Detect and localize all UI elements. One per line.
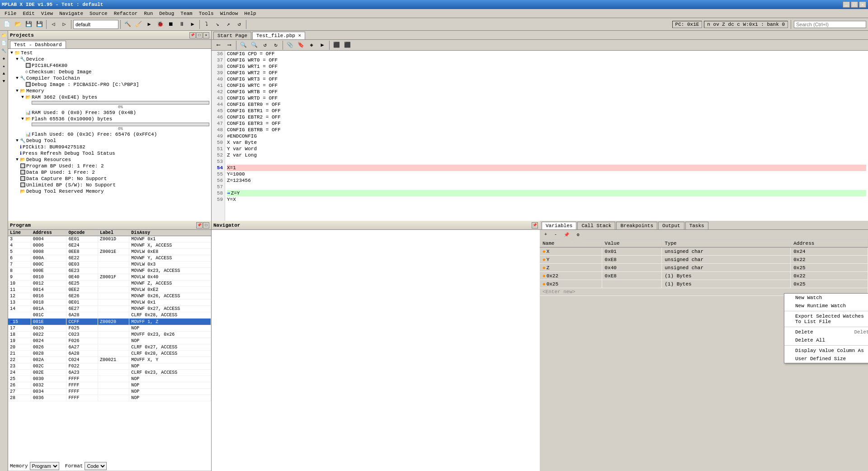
- format-select[interactable]: Code: [85, 462, 107, 470]
- ctx-delete-all[interactable]: Delete All: [784, 336, 868, 344]
- tree-flash[interactable]: ▼ 📂 Flash 65536 (0x10000) bytes: [9, 116, 210, 122]
- step-over-button[interactable]: ⤵: [202, 19, 212, 29]
- tree-bp2[interactable]: 🔲 Data BP Used: 1 Free: 2: [9, 169, 210, 176]
- tree-ram[interactable]: ▼ 📂 RAM 3662 (0xE4E) bytes: [9, 94, 210, 100]
- var-remove-btn[interactable]: -: [552, 231, 560, 239]
- program-row-23[interactable]: 260032FFFFNOP: [8, 382, 211, 389]
- projects-close-btn[interactable]: ✕: [203, 32, 209, 38]
- program-row-20[interactable]: 23002CF022NOP: [8, 363, 211, 370]
- program-row-7[interactable]: 1000126E25MOVWF Z, ACCESS: [8, 281, 211, 287]
- config-dropdown[interactable]: [73, 20, 118, 29]
- program-row-3[interactable]: 6000A6E22MOVWF Y, ACCESS: [8, 255, 211, 262]
- program-row-25[interactable]: 280036FFFFNOP: [8, 395, 211, 401]
- et-btn11[interactable]: ⬛: [331, 40, 341, 50]
- tab-output[interactable]: Output: [658, 222, 684, 229]
- ctx-display-value[interactable]: Display Value Column As ▶: [784, 347, 868, 355]
- sidebar-files-icon[interactable]: 📄: [0, 39, 8, 47]
- et-btn12[interactable]: ⬛: [342, 40, 352, 50]
- menu-debug[interactable]: Debug: [156, 10, 177, 17]
- var-row-2[interactable]: ◆Z0x40unsigned char0x25: [540, 264, 868, 272]
- ctx-new-runtime-watch[interactable]: New Runtime Watch: [784, 302, 868, 310]
- var-row-4[interactable]: ◆0x25(1) Bytes0x25: [540, 280, 868, 288]
- ctx-export[interactable]: Export Selected Watches To List File: [784, 312, 868, 326]
- menu-view[interactable]: View: [38, 10, 56, 17]
- save-button[interactable]: 💾: [24, 19, 33, 29]
- tree-debugimg[interactable]: 🔲 Debug Image : PICBASIC-PRO [C:\PBP3]: [9, 81, 210, 88]
- et-btn2[interactable]: ⟶: [224, 40, 234, 50]
- program-max-btn[interactable]: □: [203, 222, 209, 228]
- menu-team[interactable]: Team: [178, 10, 195, 17]
- tree-pickit[interactable]: ℹ PICkit3: BUR094275182: [9, 144, 210, 150]
- tree-refresh[interactable]: ℹ Press Refresh Debug Tool Status: [9, 150, 210, 157]
- clean-button[interactable]: 🧹: [133, 19, 143, 29]
- navigator-pin-btn[interactable]: 📌: [532, 222, 538, 228]
- menu-edit[interactable]: Edit: [20, 10, 37, 17]
- code-content[interactable]: 3637383940 4142434445 4647484950 515253 …: [212, 51, 868, 221]
- program-row-12[interactable]: 001C6A28CLRF 0x28, ACCESS: [8, 312, 211, 319]
- program-row-24[interactable]: 270034FFFFNOP: [8, 389, 211, 395]
- menu-run[interactable]: Run: [141, 10, 156, 17]
- stop-button[interactable]: ⏹: [166, 19, 176, 29]
- program-row-22[interactable]: 250030FFFFNOP: [8, 376, 211, 382]
- save-all-button[interactable]: 💾: [34, 19, 44, 29]
- sidebar-projects-icon[interactable]: 📁: [0, 32, 8, 39]
- program-row-6[interactable]: 900100E40Z0001FMOVLW 0x40: [8, 274, 211, 281]
- program-row-2[interactable]: 500080EE8Z0001EMOVLW 0xE8: [8, 249, 211, 255]
- tab-variables[interactable]: Variables: [542, 222, 576, 229]
- tree-compiler[interactable]: ▼ 🔧 Compiler Toolchain: [9, 75, 210, 81]
- var-row-1[interactable]: ◆Y0xE8unsigned char0x22: [540, 256, 868, 264]
- tab-testfile[interactable]: Test_file.pbp ×: [252, 32, 305, 39]
- et-btn6[interactable]: ↻: [271, 40, 281, 50]
- step-into-button[interactable]: ↘: [212, 19, 222, 29]
- tree-bp3[interactable]: 🔲 Data Capture BP: No Support: [9, 176, 210, 182]
- program-row-4[interactable]: 7000C0E03MOVLW 0x3: [8, 262, 211, 268]
- pause-button[interactable]: ⏸: [177, 19, 187, 29]
- et-btn9[interactable]: ◈: [307, 40, 316, 50]
- program-row-21[interactable]: 24002E6A23CLRF 0x23, ACCESS: [8, 370, 211, 376]
- sidebar-down-icon[interactable]: ▼: [0, 78, 8, 85]
- reset-button[interactable]: ↺: [234, 19, 244, 29]
- memory-select[interactable]: Program: [30, 462, 59, 470]
- program-row-14[interactable]: 170020F025NOP: [8, 325, 211, 332]
- back-button[interactable]: ◁: [48, 19, 58, 29]
- tab-breakpoints[interactable]: Breakpoints: [616, 222, 657, 229]
- tab-tasks[interactable]: Tasks: [685, 222, 708, 229]
- menu-file[interactable]: File: [2, 10, 19, 17]
- program-row-19[interactable]: 22002AC024Z00021MOVFF X, Y: [8, 357, 211, 363]
- et-btn8[interactable]: 🔖: [296, 40, 306, 50]
- var-row-3[interactable]: ◆0x220xE8(1) Bytes0x22: [540, 272, 868, 280]
- et-btn1[interactable]: ⟵: [213, 40, 223, 50]
- continue-button[interactable]: ▶: [188, 19, 198, 29]
- forward-button[interactable]: ▷: [59, 19, 69, 29]
- tree-debugres[interactable]: ▼ 📂 Debug Resources: [9, 157, 210, 163]
- program-row-5[interactable]: 8000E6E23MOVWF 0x23, ACCESS: [8, 268, 211, 274]
- program-row-15[interactable]: 180022C023MOVFF 0x23, 0x26: [8, 332, 211, 338]
- tree-debugtool[interactable]: ▼ 🔧 Debug Tool: [9, 138, 210, 144]
- program-row-10[interactable]: 1300180E01MOVLW 0x1: [8, 300, 211, 306]
- menu-source[interactable]: Source: [87, 10, 110, 17]
- open-button[interactable]: 📂: [13, 19, 23, 29]
- program-row-18[interactable]: 2100286A28CLRF 0x28, ACCESS: [8, 351, 211, 357]
- program-row-0[interactable]: 300046E01Z0001DMOVWF 0x1: [8, 236, 211, 243]
- tree-bp1[interactable]: 🔲 Program BP Used: 1 Free: 2: [9, 163, 210, 169]
- sidebar-fav-icon[interactable]: ★: [0, 62, 8, 70]
- step-out-button[interactable]: ↗: [223, 19, 233, 29]
- et-btn7[interactable]: 📎: [285, 40, 295, 50]
- menu-refactor[interactable]: Refactor: [111, 10, 141, 17]
- program-row-16[interactable]: 190024F026NOP: [8, 338, 211, 344]
- menu-help[interactable]: Help: [241, 10, 259, 17]
- window-controls[interactable]: _ □ ✕: [843, 1, 866, 8]
- tab-startpage[interactable]: Start Page: [213, 32, 251, 39]
- tab-dashboard[interactable]: Test - Dashboard: [10, 41, 66, 48]
- tree-root[interactable]: ▼ 📁 Test: [9, 50, 210, 56]
- var-settings-btn[interactable]: ⚙: [573, 230, 583, 240]
- program-row-1[interactable]: 400066E24MOVWF X, ACCESS: [8, 243, 211, 249]
- search-input[interactable]: [794, 21, 866, 28]
- program-row-9[interactable]: 1200166E26MOVWF 0x26, ACCESS: [8, 293, 211, 300]
- maximize-button[interactable]: □: [851, 1, 858, 8]
- tree-flash-used[interactable]: 📊 Flash Used: 60 (0x3C) Free: 65476 (0xF…: [9, 131, 210, 138]
- close-button[interactable]: ✕: [859, 1, 866, 8]
- var-pin-btn[interactable]: 📌: [561, 230, 571, 240]
- new-button[interactable]: 📄: [2, 19, 12, 29]
- sidebar-up-icon[interactable]: ▲: [0, 70, 8, 77]
